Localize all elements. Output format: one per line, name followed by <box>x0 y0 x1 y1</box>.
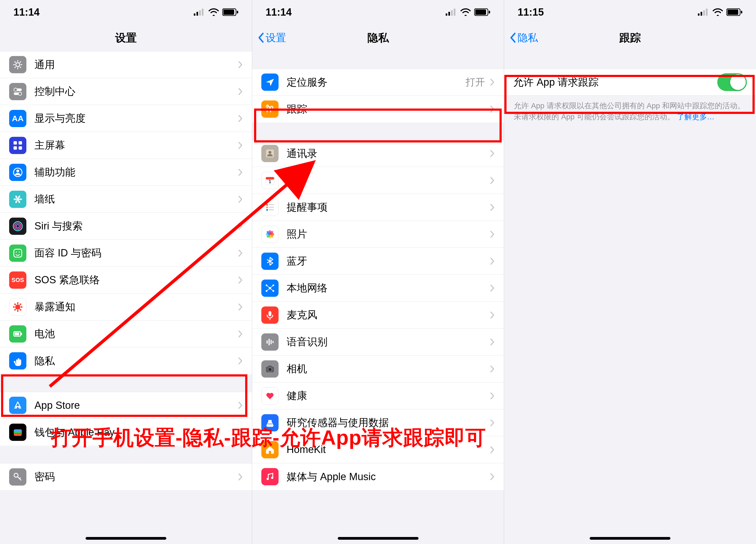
list-item[interactable]: 隐私 <box>0 348 252 374</box>
home-indicator[interactable] <box>338 537 419 540</box>
photos-icon <box>261 226 279 243</box>
wifi-icon <box>460 8 471 16</box>
list-item[interactable]: 麦克风 <box>252 302 504 329</box>
chevron-right-icon <box>490 284 495 292</box>
virus-icon <box>9 299 26 316</box>
chevron-right-icon <box>238 87 243 96</box>
home-indicator[interactable] <box>590 537 670 540</box>
list-item-label: 媒体与 Apple Music <box>287 470 490 484</box>
svg-rect-97 <box>268 311 271 316</box>
bluetooth-icon <box>261 252 279 270</box>
back-button[interactable]: 设置 <box>258 31 286 45</box>
chevron-right-icon <box>490 257 495 265</box>
list-item-label: 定位服务 <box>287 75 466 89</box>
list-item-label: 麦克风 <box>287 308 490 322</box>
status-icons <box>194 8 238 16</box>
list-item[interactable]: 跟踪 <box>252 96 504 122</box>
svg-rect-71 <box>475 9 486 15</box>
svg-point-17 <box>14 88 17 91</box>
list-item[interactable]: 电池 <box>0 321 252 348</box>
list-item-label: 日历 <box>287 173 490 187</box>
AA-icon: AA <box>9 110 26 127</box>
tracking-panel: 允许 App 请求跟踪 允许 App 请求权限以在其他公司拥有的 App 和网站… <box>504 51 756 544</box>
status-bar: 11:14 <box>252 0 504 24</box>
list-item[interactable]: 相机 <box>252 356 504 383</box>
svg-point-27 <box>19 198 22 200</box>
svg-point-74 <box>268 151 271 154</box>
svg-point-38 <box>19 251 20 252</box>
svg-point-35 <box>16 224 20 228</box>
nav-title: 设置 <box>115 30 137 45</box>
list-item[interactable]: 语音识别 <box>252 329 504 356</box>
cellular-icon <box>194 9 205 16</box>
list-item[interactable]: App Store <box>0 392 252 419</box>
list-item[interactable]: 媒体与 Apple Music <box>252 463 504 490</box>
status-time: 11:14 <box>266 6 292 18</box>
list-item[interactable]: 面容 ID 与密码 <box>0 240 252 266</box>
list-item[interactable]: 密码 <box>0 463 252 490</box>
list-item-label: 暴露通知 <box>34 300 238 314</box>
SOS-icon: SOS <box>9 271 26 289</box>
list-item[interactable]: 照片 <box>252 221 504 248</box>
chevron-right-icon <box>490 203 495 211</box>
home-indicator[interactable] <box>86 537 166 540</box>
allow-tracking-row[interactable]: 允许 App 请求跟踪 <box>504 69 756 96</box>
allow-tracking-toggle[interactable] <box>717 73 747 91</box>
list-item-label: 面容 ID 与密码 <box>34 246 238 260</box>
privacy-list[interactable]: 定位服务 打开 跟踪 通讯录 1 日历 提醒事项 照片 蓝牙 本地网络 麦克风 <box>252 51 504 544</box>
learn-more-link[interactable]: 了解更多… <box>677 113 715 121</box>
svg-point-106 <box>271 477 273 479</box>
list-item[interactable]: AA 显示与亮度 <box>0 105 252 132</box>
svg-rect-5 <box>223 9 234 15</box>
svg-rect-72 <box>489 11 490 13</box>
svg-line-47 <box>15 309 16 310</box>
key-icon <box>9 468 26 486</box>
svg-line-13 <box>15 61 16 62</box>
grid-icon <box>9 137 26 154</box>
status-icons <box>698 8 743 16</box>
list-item-label: 本地网络 <box>287 281 490 295</box>
svg-text:1: 1 <box>269 179 271 184</box>
list-item[interactable]: 定位服务 打开 <box>252 69 504 96</box>
list-item[interactable]: 通用 <box>0 51 252 78</box>
chevron-right-icon <box>238 222 243 230</box>
list-item[interactable]: 辅助功能 <box>0 159 252 186</box>
wallet-icon <box>9 424 26 441</box>
battery-icon <box>222 8 238 16</box>
nav-title: 隐私 <box>367 30 389 45</box>
list-item[interactable]: SOS SOS 紧急联络 <box>0 266 252 294</box>
svg-rect-98 <box>266 340 268 344</box>
list-item-label: 显示与亮度 <box>34 111 238 125</box>
svg-point-39 <box>15 304 20 310</box>
list-item[interactable]: Siri 与搜索 <box>0 213 252 240</box>
phone-tracking: 11:15 隐私 跟踪 允许 App 请求跟踪 允许 A <box>504 0 756 544</box>
cellular-icon <box>446 9 457 16</box>
back-button[interactable]: 隐私 <box>509 31 538 45</box>
chevron-right-icon <box>238 276 243 284</box>
list-item[interactable]: 主屏幕 <box>0 132 252 159</box>
camera-icon <box>261 360 279 378</box>
back-label: 设置 <box>266 31 286 45</box>
chevron-right-icon <box>238 141 243 149</box>
list-item[interactable]: 控制中心 <box>0 78 252 105</box>
list-item[interactable]: 提醒事项 <box>252 194 504 221</box>
svg-rect-23 <box>19 146 22 150</box>
list-item[interactable]: 健康 <box>252 383 504 409</box>
list-item[interactable]: 暴露通知 <box>0 294 252 321</box>
flower-icon <box>9 191 26 208</box>
svg-line-11 <box>15 66 16 68</box>
back-label: 隐私 <box>518 31 538 45</box>
list-item[interactable]: 通讯录 <box>252 140 504 167</box>
svg-rect-68 <box>451 10 453 16</box>
list-item[interactable]: 蓝牙 <box>252 248 504 275</box>
hand-icon <box>9 352 26 370</box>
chevron-right-icon <box>238 168 243 176</box>
list-item[interactable]: 墙纸 <box>0 186 252 213</box>
settings-list[interactable]: 通用 控制中心 AA 显示与亮度 主屏幕 辅助功能 墙纸 Siri 与搜索 面容… <box>0 51 252 544</box>
svg-point-82 <box>266 209 268 210</box>
list-item[interactable]: 1 日历 <box>252 167 504 194</box>
switches-icon <box>9 83 26 100</box>
music-icon <box>261 468 279 485</box>
list-item[interactable]: 本地网络 <box>252 275 504 302</box>
chevron-left-icon <box>258 32 265 43</box>
